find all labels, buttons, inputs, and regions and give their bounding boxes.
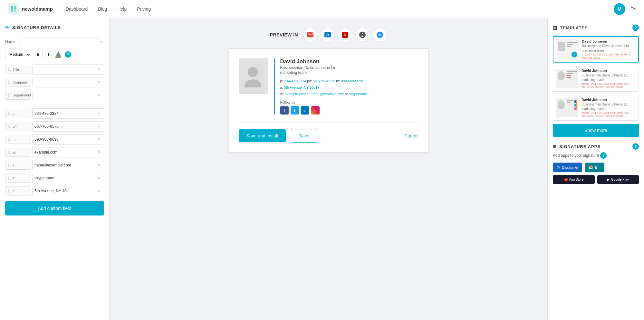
email-field-row: ⇅ e: × — [5, 160, 104, 170]
app-store-button[interactable]: 🍎 App Store — [553, 175, 595, 184]
social-twitter[interactable]: t — [291, 106, 299, 115]
drag-icon[interactable]: ⇅ — [7, 67, 11, 72]
pen-icon: ✏ — [5, 25, 10, 31]
save-button[interactable]: Save — [291, 129, 317, 143]
name-clear-button[interactable]: × — [99, 38, 104, 45]
template-name-2: David Johnson — [582, 69, 636, 73]
email-app-button[interactable]: 📅 E... — [585, 163, 604, 172]
company-input[interactable] — [34, 80, 96, 85]
phone-input[interactable] — [34, 111, 96, 116]
department-label: Department — [13, 93, 31, 97]
mobile-label-text: m: — [13, 137, 16, 141]
preview-thunderbird-button[interactable] — [373, 28, 387, 42]
phone-clear-button[interactable]: × — [97, 110, 102, 117]
fax-clear-button[interactable]: × — [97, 123, 102, 130]
nav-pricing[interactable]: Pricing — [137, 6, 151, 12]
website-label-cell: ⇅ w: — [5, 148, 31, 157]
app-store-label: App Store — [569, 178, 583, 181]
skype-value-cell: × — [32, 173, 104, 183]
add-custom-field-button[interactable]: Add custom field — [5, 201, 104, 215]
fax-input[interactable] — [34, 124, 96, 129]
skype-label-text: s: — [13, 176, 15, 180]
drag-icon-company[interactable]: ⇅ — [7, 80, 11, 85]
signature-card: David Johnson Businessman David Johnson … — [229, 48, 428, 153]
name-input-wrap: × — [21, 37, 104, 46]
save-and-install-button[interactable]: Save and install — [239, 129, 286, 142]
company-field-row: ⇅ Company × — [5, 77, 104, 87]
templates-help-button[interactable]: ? — [632, 25, 639, 31]
company-clear-button[interactable]: × — [97, 79, 102, 85]
department-label-cell: ⇅ Department — [5, 91, 31, 100]
sig-apps-help-button[interactable]: ? — [632, 143, 639, 150]
skype-input[interactable] — [34, 176, 96, 180]
nav-blog[interactable]: Blog — [98, 6, 107, 12]
logo[interactable]: newoldstamp — [8, 3, 53, 15]
title-clear-button[interactable]: × — [97, 66, 102, 73]
help-button[interactable]: ? — [65, 51, 71, 58]
mobile-input[interactable] — [34, 137, 96, 142]
name-input[interactable] — [21, 37, 99, 46]
svg-rect-0 — [11, 6, 13, 9]
template-avatar-3 — [558, 100, 565, 109]
language-selector[interactable]: EN — [630, 6, 636, 11]
department-clear-button[interactable]: × — [97, 92, 102, 98]
template-line-2a — [567, 71, 577, 72]
bold-button[interactable]: B — [34, 51, 43, 58]
email-input[interactable] — [34, 163, 96, 167]
italic-button[interactable]: I — [45, 51, 52, 58]
sig-department: marketing team — [280, 70, 418, 75]
title-field-row: ⇅ Title × — [5, 64, 104, 75]
sig-apps-subtitle-help[interactable]: ? — [600, 152, 607, 159]
phone-label-cell: ⇅ p: — [5, 109, 31, 118]
email-app-label: E... — [595, 165, 601, 169]
mobile-clear-button[interactable]: × — [97, 136, 102, 143]
drag-icon-dept[interactable]: ⇅ — [7, 93, 11, 98]
cancel-button[interactable]: Cancel — [404, 133, 418, 138]
avatar[interactable]: M — [614, 3, 625, 15]
drag-address-icon[interactable]: ⇅ — [7, 188, 11, 194]
svg-rect-2 — [11, 9, 13, 12]
website-clear-button[interactable]: × — [97, 149, 102, 155]
show-more-button[interactable]: Show more — [553, 124, 639, 137]
preview-gmail-button[interactable] — [303, 28, 317, 42]
department-input[interactable] — [34, 93, 96, 97]
title-input[interactable] — [34, 67, 96, 72]
size-select[interactable]: Small Medium Large — [5, 50, 31, 59]
nav-help[interactable]: Help — [117, 6, 127, 12]
google-play-label: Google Play — [611, 178, 629, 181]
drag-phone-icon[interactable]: ⇅ — [7, 111, 11, 116]
social-linkedin[interactable]: in — [301, 106, 309, 115]
drag-email-icon[interactable]: ⇅ — [7, 163, 11, 168]
preview-apple-button[interactable] — [355, 28, 370, 42]
website-input[interactable] — [34, 150, 96, 155]
template-line-3b — [567, 102, 571, 103]
template-line-short — [567, 44, 573, 45]
drag-skype-icon[interactable]: ⇅ — [7, 175, 11, 181]
google-play-button[interactable]: ▶ Google Play — [597, 175, 639, 184]
fax-field-row: ⇅ p/f: × — [5, 121, 104, 132]
social-facebook[interactable]: f — [280, 106, 289, 115]
color-picker-icon[interactable] — [54, 51, 62, 58]
drag-web-icon[interactable]: ⇅ — [7, 150, 11, 155]
sig-actions: Save and install Save Cancel — [239, 122, 418, 143]
preview-outlook-button[interactable]: O — [321, 28, 335, 42]
nav-dashboard[interactable]: Dashboard — [66, 6, 88, 12]
disclaimer-app-button[interactable]: ⚖ Disclaimer — [553, 163, 582, 172]
logo-icon — [8, 3, 19, 15]
drag-mobile-icon[interactable]: ⇅ — [7, 137, 11, 142]
address-clear-button[interactable]: × — [97, 188, 102, 194]
template-item-2[interactable]: David Johnson Businessman David Johnson … — [553, 66, 639, 92]
social-instagram[interactable]: ig — [311, 106, 320, 115]
template-item-3[interactable]: David Johnson Businessman David Johnson … — [553, 95, 639, 121]
address-input[interactable] — [34, 189, 96, 193]
template-line-3a — [567, 100, 573, 101]
email-clear-button[interactable]: × — [97, 162, 102, 168]
mobile-value-cell: × — [32, 134, 104, 145]
signature-avatar — [239, 58, 268, 94]
templates-icon: ⊞ — [553, 25, 557, 31]
drag-fax-icon[interactable]: ⇅ — [7, 124, 11, 129]
sig-apps-subtitle: Add apps to your signature ? — [553, 152, 639, 159]
template-item-1[interactable]: ✓ David Johnson Businessman David Johnso… — [553, 36, 639, 63]
preview-lotus-button[interactable]: N — [338, 28, 352, 42]
skype-clear-button[interactable]: × — [97, 175, 102, 181]
